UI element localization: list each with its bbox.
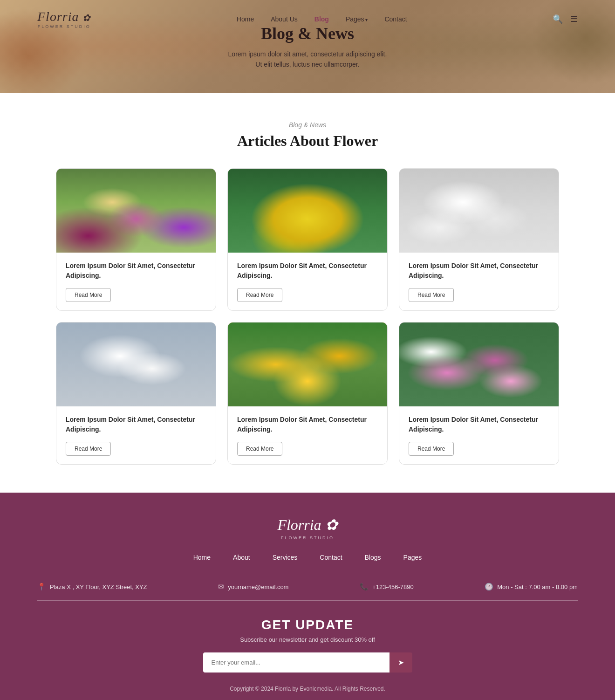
blog-card-image-2 [228,169,387,253]
nav-link-contact[interactable]: Contact [384,15,407,23]
nav-link-about[interactable]: About Us [271,15,298,23]
footer-phone: 📞 +123-456-7890 [360,583,414,591]
footer-link-home[interactable]: Home [193,554,211,561]
blog-card-title-4: Lorem Ipsum Dolor Sit Amet, Consectetur … [66,415,206,434]
footer-hours: 🕐 Mon - Sat : 7.00 am - 8.00 pm [485,583,578,591]
blog-card-image-5 [228,323,387,406]
nav-links: Home About Us Blog Pages Contact [237,15,407,23]
footer-logo: Florria ✿ [37,516,578,534]
footer-nav-item-blogs[interactable]: Blogs [365,553,381,562]
blog-card-title-5: Lorem Ipsum Dolor Sit Amet, Consectetur … [237,415,378,434]
blog-card-title-2: Lorem Ipsum Dolor Sit Amet, Consectetur … [237,261,378,281]
clock-icon: 🕐 [485,583,493,591]
nav-link-pages[interactable]: Pages [346,15,368,23]
nav-item-home[interactable]: Home [237,15,254,23]
read-more-button-5[interactable]: Read More [237,442,282,456]
logo: Florria ✿ FLOWER STUDIO [37,9,91,29]
read-more-button-2[interactable]: Read More [237,288,282,302]
nav-icons: 🔍 ☰ [553,14,578,24]
blog-card-body-6: Lorem Ipsum Dolor Sit Amet, Consectetur … [399,406,559,464]
blog-card-image-1 [56,169,216,253]
menu-button[interactable]: ☰ [570,14,578,24]
send-icon: ➤ [398,659,404,666]
blog-card-image-6 [399,323,559,406]
footer-info: 📍 Plaza X , XY Floor, XYZ Street, XYZ ✉ … [37,583,578,591]
get-update-subtitle: Subscribe our newsletter and get discoun… [37,636,578,643]
blog-section: Blog & News Articles About Flower Lorem … [0,93,615,493]
email-form: ➤ [37,652,578,673]
footer-link-blogs[interactable]: Blogs [365,554,381,561]
footer-address: 📍 Plaza X , XY Floor, XYZ Street, XYZ [37,583,147,591]
nav-link-blog[interactable]: Blog [314,15,329,23]
navbar: Florria ✿ FLOWER STUDIO Home About Us Bl… [0,0,615,38]
location-icon: 📍 [37,583,46,591]
footer-link-contact[interactable]: Contact [320,554,342,561]
read-more-button-6[interactable]: Read More [409,442,454,456]
footer-nav: Home About Services Contact Blogs Pages [37,553,578,562]
nav-item-contact[interactable]: Contact [384,15,407,23]
blog-card-5: Lorem Ipsum Dolor Sit Amet, Consectetur … [227,322,388,465]
blog-card-4: Lorem Ipsum Dolor Sit Amet, Consectetur … [56,322,216,465]
blog-card-1: Lorem Ipsum Dolor Sit Amet, Consectetur … [56,168,216,311]
blog-card-2: Lorem Ipsum Dolor Sit Amet, Consectetur … [227,168,388,311]
email-input[interactable] [203,652,390,673]
footer-nav-item-home[interactable]: Home [193,553,211,562]
footer-nav-item-about[interactable]: About [233,553,250,562]
nav-link-home[interactable]: Home [237,15,254,23]
blog-card-image-3 [399,169,559,253]
footer-email: ✉ yourname@email.com [218,583,288,591]
blog-grid: Lorem Ipsum Dolor Sit Amet, Consectetur … [56,168,559,465]
phone-icon: 📞 [360,583,369,591]
footer-address-text: Plaza X , XY Floor, XYZ Street, XYZ [50,583,147,590]
footer-divider-top [37,573,578,573]
get-update-title: GET UPDATE [37,618,578,632]
email-icon: ✉ [218,583,224,591]
footer-logo-wrapper: Florria ✿ FLOWER STUDIO [37,516,578,540]
blog-card-body-4: Lorem Ipsum Dolor Sit Amet, Consectetur … [56,406,216,464]
blog-card-body-3: Lorem Ipsum Dolor Sit Amet, Consectetur … [399,253,559,310]
footer-link-about[interactable]: About [233,554,250,561]
nav-item-blog[interactable]: Blog [314,15,329,23]
nav-item-pages[interactable]: Pages [346,15,368,23]
blog-card-image-4 [56,323,216,406]
blog-card-title-1: Lorem Ipsum Dolor Sit Amet, Consectetur … [66,261,206,281]
blog-card-title-3: Lorem Ipsum Dolor Sit Amet, Consectetur … [409,261,549,281]
blog-card-body-1: Lorem Ipsum Dolor Sit Amet, Consectetur … [56,253,216,310]
section-title: Articles About Flower [56,132,559,150]
blog-card-3: Lorem Ipsum Dolor Sit Amet, Consectetur … [399,168,559,311]
footer-link-pages[interactable]: Pages [403,554,422,561]
email-submit-button[interactable]: ➤ [390,652,412,673]
footer-link-services[interactable]: Services [273,554,298,561]
nav-item-about[interactable]: About Us [271,15,298,23]
footer-logo-icon: ✿ [325,516,338,533]
read-more-button-4[interactable]: Read More [66,442,111,456]
footer-nav-item-services[interactable]: Services [273,553,298,562]
footer-nav-item-contact[interactable]: Contact [320,553,342,562]
read-more-button-3[interactable]: Read More [409,288,454,302]
footer-logo-subtitle: FLOWER STUDIO [37,535,578,540]
logo-name: Florria [37,9,79,24]
logo-flower-icon: ✿ [82,13,91,23]
section-label: Blog & News [56,121,559,129]
hero-description: Lorem ipsum dolor sit amet, consectetur … [228,49,387,70]
footer-copyright: Copyright © 2024 Florria by Evonicmedia.… [37,686,578,692]
footer-phone-text: +123-456-7890 [372,583,414,590]
blog-card-body-5: Lorem Ipsum Dolor Sit Amet, Consectetur … [228,406,387,464]
blog-card-title-6: Lorem Ipsum Dolor Sit Amet, Consectetur … [409,415,549,434]
footer-email-text: yourname@email.com [228,583,288,590]
blog-card-6: Lorem Ipsum Dolor Sit Amet, Consectetur … [399,322,559,465]
logo-subtitle: FLOWER STUDIO [38,24,91,29]
footer-divider-bottom [37,600,578,601]
footer-hours-text: Mon - Sat : 7.00 am - 8.00 pm [497,583,578,590]
read-more-button-1[interactable]: Read More [66,288,111,302]
search-button[interactable]: 🔍 [553,14,563,24]
footer-nav-item-pages[interactable]: Pages [403,553,422,562]
footer: Florria ✿ FLOWER STUDIO Home About Servi… [0,493,615,700]
blog-card-body-2: Lorem Ipsum Dolor Sit Amet, Consectetur … [228,253,387,310]
